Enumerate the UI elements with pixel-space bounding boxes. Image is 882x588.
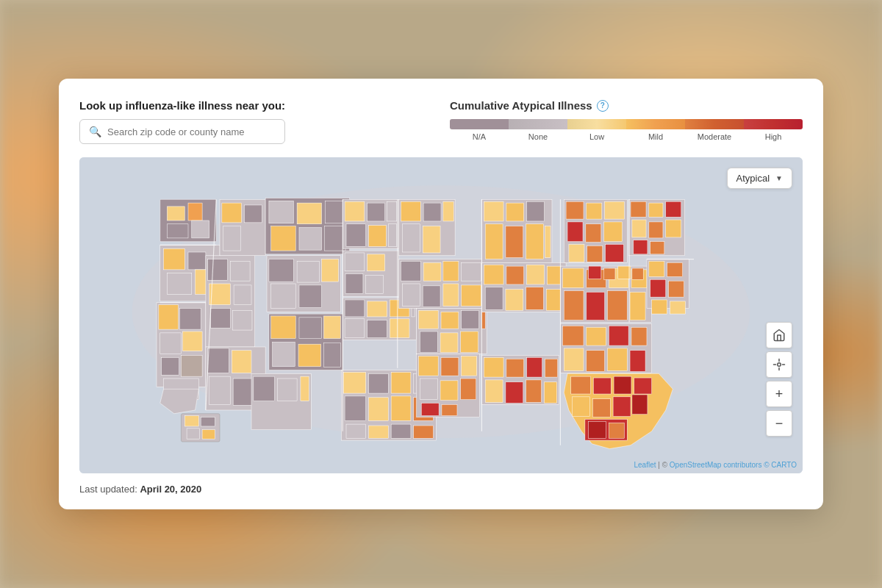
svg-rect-105 [484, 201, 503, 221]
svg-rect-74 [345, 300, 365, 317]
osm-link[interactable]: OpenStreetMap contributors © [670, 461, 772, 469]
svg-rect-136 [649, 222, 663, 238]
svg-rect-150 [484, 357, 503, 377]
plus-icon: + [775, 387, 784, 401]
svg-rect-36 [271, 226, 295, 251]
svg-rect-202 [649, 261, 664, 276]
svg-rect-164 [587, 351, 605, 372]
svg-rect-170 [614, 376, 631, 394]
svg-rect-169 [593, 378, 611, 394]
map-container[interactable]: Atypical ▼ + − [79, 157, 803, 473]
svg-rect-119 [526, 287, 544, 310]
svg-rect-75 [368, 301, 387, 317]
svg-rect-49 [273, 342, 295, 366]
svg-rect-84 [443, 201, 453, 221]
zoom-in-button[interactable]: + [766, 381, 792, 407]
svg-rect-141 [562, 268, 584, 288]
svg-rect-100 [481, 312, 485, 329]
svg-rect-56 [233, 379, 253, 405]
svg-rect-135 [632, 220, 646, 237]
map-svg [79, 157, 803, 473]
svg-rect-200 [442, 404, 457, 415]
svg-rect-117 [485, 287, 503, 310]
svg-rect-24 [209, 284, 231, 305]
locate-button[interactable] [766, 351, 792, 378]
svg-rect-101 [420, 331, 437, 353]
legend-section: Cumulative Atypical Illness ? N/A None L… [450, 99, 803, 141]
legend-label-low: Low [567, 132, 626, 141]
svg-rect-23 [230, 261, 250, 281]
svg-rect-29 [222, 203, 242, 223]
svg-rect-115 [527, 265, 545, 284]
svg-rect-43 [271, 284, 295, 308]
svg-rect-193 [418, 356, 438, 376]
svg-rect-123 [587, 203, 602, 219]
svg-rect-8 [164, 248, 185, 270]
svg-rect-162 [631, 327, 647, 345]
lookup-title: Look up influenza-like illness near you: [79, 99, 285, 112]
svg-rect-110 [526, 224, 544, 259]
svg-rect-93 [423, 286, 440, 307]
svg-rect-178 [609, 423, 624, 438]
svg-rect-6 [192, 220, 209, 238]
svg-rect-65 [346, 224, 366, 247]
legend-bar [450, 119, 803, 129]
svg-rect-40 [269, 259, 293, 282]
svg-rect-174 [613, 397, 631, 417]
svg-rect-31 [223, 226, 241, 251]
svg-rect-126 [586, 224, 601, 243]
svg-rect-208 [589, 266, 601, 279]
svg-rect-207 [670, 301, 686, 314]
svg-rect-47 [299, 318, 322, 339]
legend-seg-low [567, 119, 626, 129]
svg-rect-26 [211, 308, 231, 328]
search-input[interactable] [107, 126, 276, 137]
search-icon: 🔍 [89, 126, 101, 137]
svg-rect-107 [527, 201, 545, 221]
search-box[interactable]: 🔍 [79, 119, 285, 144]
svg-rect-147 [607, 291, 627, 320]
svg-rect-91 [462, 262, 481, 281]
svg-rect-16 [182, 331, 202, 351]
header-row: Look up influenza-like illness near you:… [79, 99, 803, 144]
svg-rect-203 [667, 262, 683, 276]
svg-rect-138 [634, 240, 648, 254]
svg-rect-97 [418, 310, 438, 329]
svg-rect-152 [527, 357, 542, 377]
svg-rect-114 [506, 266, 524, 284]
svg-rect-145 [564, 291, 584, 320]
svg-rect-225 [202, 430, 215, 439]
svg-rect-223 [201, 417, 215, 426]
svg-rect-130 [606, 244, 624, 262]
dropdown-label: Atypical [736, 173, 770, 184]
svg-rect-111 [545, 226, 551, 258]
map-dropdown[interactable]: Atypical ▼ [727, 168, 792, 189]
svg-rect-191 [414, 426, 434, 438]
svg-rect-224 [187, 429, 199, 439]
svg-rect-195 [462, 356, 477, 376]
carto-link[interactable]: CARTO [771, 461, 797, 469]
home-button[interactable] [766, 322, 792, 348]
svg-rect-33 [269, 201, 293, 223]
svg-rect-50 [298, 344, 321, 367]
svg-rect-197 [440, 381, 458, 401]
leaflet-link[interactable]: Leaflet [634, 461, 656, 469]
svg-rect-186 [391, 396, 411, 420]
svg-rect-122 [566, 201, 584, 219]
svg-rect-153 [545, 359, 557, 377]
map-controls: + − [766, 322, 792, 437]
zoom-out-button[interactable]: − [766, 410, 792, 437]
svg-rect-54 [232, 351, 251, 373]
legend-label-high: High [744, 132, 803, 141]
legend-seg-mild [626, 119, 685, 129]
svg-rect-206 [652, 300, 667, 314]
legend-label-moderate: Moderate [685, 132, 744, 141]
svg-rect-106 [506, 203, 524, 221]
svg-rect-17 [162, 357, 179, 375]
svg-rect-51 [323, 343, 340, 367]
svg-rect-69 [345, 253, 365, 271]
legend-info-icon[interactable]: ? [597, 100, 609, 112]
svg-rect-125 [567, 222, 583, 242]
svg-rect-10 [167, 273, 191, 295]
svg-rect-189 [369, 426, 389, 438]
